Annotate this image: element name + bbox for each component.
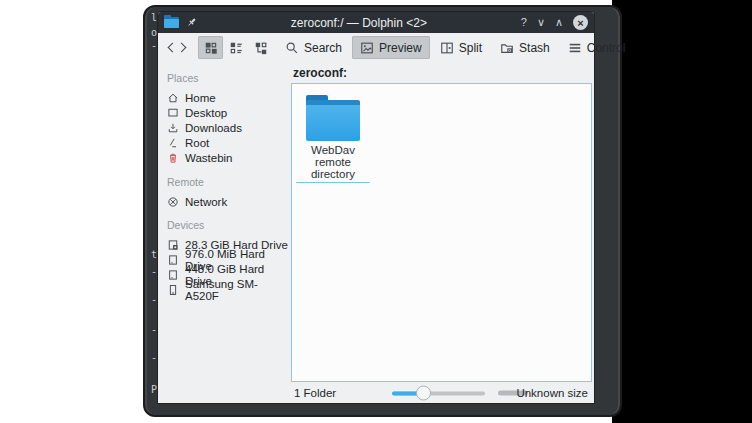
help-button[interactable]: ? [521, 17, 527, 28]
desktop-icon [167, 107, 179, 119]
details-view-button[interactable] [223, 36, 248, 59]
sidebar-item-downloads[interactable]: Downloads [167, 120, 290, 135]
hamburger-menu-icon [568, 41, 582, 55]
sidebar-item-label: Wastebin [185, 152, 233, 164]
split-icon [440, 41, 454, 55]
preview-button[interactable]: Preview [352, 36, 430, 59]
downloads-icon [167, 122, 179, 134]
wastebin-icon [167, 152, 179, 164]
window-folder-icon [164, 17, 179, 28]
details-view-icon [229, 41, 243, 55]
breadcrumb[interactable]: zeroconf: [293, 66, 347, 80]
pin-icon[interactable] [186, 17, 197, 28]
search-button[interactable]: Search [277, 36, 350, 59]
stash-button-label: Stash [519, 41, 550, 55]
screenshot-stage: l o - t - - - - P zeroconf:/ — Dolphin <… [0, 0, 752, 423]
stash-button[interactable]: Stash [492, 36, 558, 59]
window-title: zeroconf:/ — Dolphin <2> [197, 16, 521, 30]
sidebar-item-wastebin[interactable]: Wastebin [167, 151, 290, 166]
close-button[interactable]: × [573, 15, 588, 30]
network-icon [167, 196, 179, 208]
sidebar-item-phone[interactable]: Samsung SM-A520F [167, 283, 290, 298]
sidebar-item-network[interactable]: Network [167, 194, 290, 209]
sidebar-item-label: Desktop [185, 107, 227, 119]
places-section-header: Places [167, 72, 290, 84]
sidebar-item-label: Network [185, 196, 227, 208]
minimize-button[interactable]: ∨ [537, 17, 545, 28]
chevron-right-icon [177, 43, 187, 53]
main-area: zeroconf: WebDav remote directory 1 Fold… [290, 62, 594, 403]
tree-view-button[interactable] [248, 36, 273, 59]
icons-view-icon [204, 41, 218, 55]
folder-icon [306, 95, 360, 141]
status-bar: 1 Folder Unknown size [290, 382, 594, 403]
right-black-region [612, 0, 752, 423]
back-button[interactable] [166, 37, 176, 59]
control-button[interactable]: Control [560, 36, 634, 59]
preview-icon [360, 41, 374, 55]
sidebar-item-home[interactable]: Home [167, 90, 290, 105]
devices-section-header: Devices [167, 219, 290, 231]
stash-icon [500, 41, 514, 55]
status-size-label: Unknown size [516, 387, 588, 399]
hard-drive-mounted-icon [167, 239, 179, 251]
zoom-slider[interactable] [392, 385, 485, 400]
folder-view[interactable]: WebDav remote directory [291, 83, 592, 382]
hard-drive-icon [167, 254, 179, 266]
dolphin-window: zeroconf:/ — Dolphin <2> ? ∨ ∧ × [158, 12, 594, 403]
home-icon [167, 92, 179, 104]
places-panel: Places Home Desktop [158, 62, 290, 403]
sidebar-item-desktop[interactable]: Desktop [167, 105, 290, 120]
sidebar-item-label: Downloads [185, 122, 242, 134]
control-button-label: Control [587, 41, 626, 55]
icons-view-button[interactable] [198, 36, 223, 59]
sidebar-item-label: Home [185, 92, 216, 104]
hard-drive-icon [167, 269, 179, 281]
split-button[interactable]: Split [432, 36, 490, 59]
sidebar-item-label: Samsung SM-A520F [185, 278, 290, 302]
root-icon [167, 137, 179, 149]
preview-button-label: Preview [379, 41, 422, 55]
titlebar[interactable]: zeroconf:/ — Dolphin <2> ? ∨ ∧ × [158, 12, 594, 33]
file-item-label: WebDav remote directory [294, 144, 372, 180]
sidebar-item-label: Root [185, 137, 209, 149]
search-icon [285, 41, 299, 55]
view-mode-group [198, 36, 273, 59]
search-button-label: Search [304, 41, 342, 55]
sidebar-item-root[interactable]: Root [167, 136, 290, 151]
file-item-underline [296, 182, 370, 183]
main-toolbar: Search Preview Split [158, 33, 594, 62]
status-folder-count: 1 Folder [294, 387, 336, 399]
split-button-label: Split [459, 41, 482, 55]
zoom-slider-handle[interactable] [416, 385, 431, 400]
phone-icon [167, 284, 179, 296]
remote-section-header: Remote [167, 176, 290, 188]
maximize-button[interactable]: ∧ [555, 17, 563, 28]
tree-view-icon [254, 41, 268, 55]
forward-button[interactable] [178, 37, 188, 59]
file-item-webdav[interactable]: WebDav remote directory [294, 95, 372, 183]
